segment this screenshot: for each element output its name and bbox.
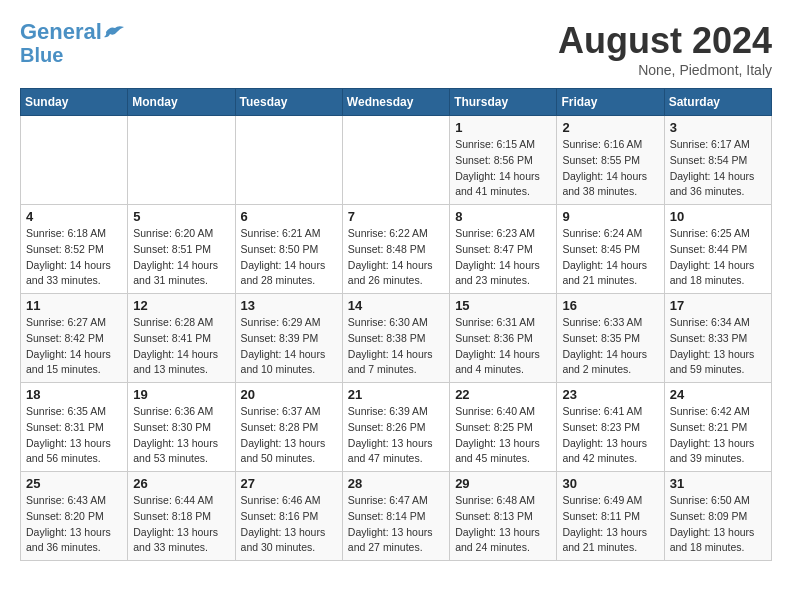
logo-bird-icon [104, 24, 126, 40]
calendar-cell [128, 116, 235, 205]
calendar-cell: 18Sunrise: 6:35 AM Sunset: 8:31 PM Dayli… [21, 383, 128, 472]
day-info: Sunrise: 6:15 AM Sunset: 8:56 PM Dayligh… [455, 137, 551, 200]
calendar-week-2: 4Sunrise: 6:18 AM Sunset: 8:52 PM Daylig… [21, 205, 772, 294]
calendar-cell: 1Sunrise: 6:15 AM Sunset: 8:56 PM Daylig… [450, 116, 557, 205]
day-info: Sunrise: 6:20 AM Sunset: 8:51 PM Dayligh… [133, 226, 229, 289]
day-info: Sunrise: 6:28 AM Sunset: 8:41 PM Dayligh… [133, 315, 229, 378]
day-info: Sunrise: 6:37 AM Sunset: 8:28 PM Dayligh… [241, 404, 337, 467]
calendar-cell [21, 116, 128, 205]
day-info: Sunrise: 6:49 AM Sunset: 8:11 PM Dayligh… [562, 493, 658, 556]
calendar-cell: 7Sunrise: 6:22 AM Sunset: 8:48 PM Daylig… [342, 205, 449, 294]
location-subtitle: None, Piedmont, Italy [558, 62, 772, 78]
day-info: Sunrise: 6:39 AM Sunset: 8:26 PM Dayligh… [348, 404, 444, 467]
calendar-cell: 14Sunrise: 6:30 AM Sunset: 8:38 PM Dayli… [342, 294, 449, 383]
day-number: 5 [133, 209, 229, 224]
calendar-cell: 27Sunrise: 6:46 AM Sunset: 8:16 PM Dayli… [235, 472, 342, 561]
calendar-week-1: 1Sunrise: 6:15 AM Sunset: 8:56 PM Daylig… [21, 116, 772, 205]
day-info: Sunrise: 6:16 AM Sunset: 8:55 PM Dayligh… [562, 137, 658, 200]
day-number: 21 [348, 387, 444, 402]
day-info: Sunrise: 6:18 AM Sunset: 8:52 PM Dayligh… [26, 226, 122, 289]
calendar-cell: 31Sunrise: 6:50 AM Sunset: 8:09 PM Dayli… [664, 472, 771, 561]
day-info: Sunrise: 6:47 AM Sunset: 8:14 PM Dayligh… [348, 493, 444, 556]
logo-blue: Blue [20, 44, 63, 66]
day-header-thursday: Thursday [450, 89, 557, 116]
day-number: 30 [562, 476, 658, 491]
day-number: 8 [455, 209, 551, 224]
day-number: 25 [26, 476, 122, 491]
day-info: Sunrise: 6:36 AM Sunset: 8:30 PM Dayligh… [133, 404, 229, 467]
calendar-cell: 3Sunrise: 6:17 AM Sunset: 8:54 PM Daylig… [664, 116, 771, 205]
calendar-cell: 23Sunrise: 6:41 AM Sunset: 8:23 PM Dayli… [557, 383, 664, 472]
calendar-cell: 16Sunrise: 6:33 AM Sunset: 8:35 PM Dayli… [557, 294, 664, 383]
day-info: Sunrise: 6:43 AM Sunset: 8:20 PM Dayligh… [26, 493, 122, 556]
calendar-cell: 15Sunrise: 6:31 AM Sunset: 8:36 PM Dayli… [450, 294, 557, 383]
day-number: 7 [348, 209, 444, 224]
logo-general: General [20, 19, 102, 44]
day-info: Sunrise: 6:50 AM Sunset: 8:09 PM Dayligh… [670, 493, 766, 556]
day-number: 24 [670, 387, 766, 402]
day-number: 14 [348, 298, 444, 313]
day-info: Sunrise: 6:48 AM Sunset: 8:13 PM Dayligh… [455, 493, 551, 556]
calendar-cell: 9Sunrise: 6:24 AM Sunset: 8:45 PM Daylig… [557, 205, 664, 294]
day-info: Sunrise: 6:22 AM Sunset: 8:48 PM Dayligh… [348, 226, 444, 289]
calendar-cell: 10Sunrise: 6:25 AM Sunset: 8:44 PM Dayli… [664, 205, 771, 294]
day-info: Sunrise: 6:35 AM Sunset: 8:31 PM Dayligh… [26, 404, 122, 467]
calendar-cell: 5Sunrise: 6:20 AM Sunset: 8:51 PM Daylig… [128, 205, 235, 294]
calendar-cell: 8Sunrise: 6:23 AM Sunset: 8:47 PM Daylig… [450, 205, 557, 294]
day-number: 12 [133, 298, 229, 313]
day-number: 18 [26, 387, 122, 402]
calendar-cell: 19Sunrise: 6:36 AM Sunset: 8:30 PM Dayli… [128, 383, 235, 472]
day-info: Sunrise: 6:25 AM Sunset: 8:44 PM Dayligh… [670, 226, 766, 289]
day-info: Sunrise: 6:23 AM Sunset: 8:47 PM Dayligh… [455, 226, 551, 289]
day-info: Sunrise: 6:46 AM Sunset: 8:16 PM Dayligh… [241, 493, 337, 556]
day-info: Sunrise: 6:41 AM Sunset: 8:23 PM Dayligh… [562, 404, 658, 467]
calendar-cell: 11Sunrise: 6:27 AM Sunset: 8:42 PM Dayli… [21, 294, 128, 383]
day-number: 9 [562, 209, 658, 224]
day-info: Sunrise: 6:21 AM Sunset: 8:50 PM Dayligh… [241, 226, 337, 289]
calendar-cell: 21Sunrise: 6:39 AM Sunset: 8:26 PM Dayli… [342, 383, 449, 472]
calendar-cell: 24Sunrise: 6:42 AM Sunset: 8:21 PM Dayli… [664, 383, 771, 472]
calendar-cell [235, 116, 342, 205]
day-number: 26 [133, 476, 229, 491]
day-number: 10 [670, 209, 766, 224]
day-info: Sunrise: 6:27 AM Sunset: 8:42 PM Dayligh… [26, 315, 122, 378]
calendar-cell: 25Sunrise: 6:43 AM Sunset: 8:20 PM Dayli… [21, 472, 128, 561]
day-info: Sunrise: 6:33 AM Sunset: 8:35 PM Dayligh… [562, 315, 658, 378]
calendar-cell [342, 116, 449, 205]
logo-text: General [20, 20, 102, 44]
logo: General Blue [20, 20, 126, 66]
day-info: Sunrise: 6:44 AM Sunset: 8:18 PM Dayligh… [133, 493, 229, 556]
day-number: 13 [241, 298, 337, 313]
calendar-cell: 26Sunrise: 6:44 AM Sunset: 8:18 PM Dayli… [128, 472, 235, 561]
day-header-tuesday: Tuesday [235, 89, 342, 116]
day-number: 22 [455, 387, 551, 402]
day-info: Sunrise: 6:17 AM Sunset: 8:54 PM Dayligh… [670, 137, 766, 200]
calendar-cell: 13Sunrise: 6:29 AM Sunset: 8:39 PM Dayli… [235, 294, 342, 383]
day-header-monday: Monday [128, 89, 235, 116]
calendar-cell: 20Sunrise: 6:37 AM Sunset: 8:28 PM Dayli… [235, 383, 342, 472]
day-number: 11 [26, 298, 122, 313]
day-number: 19 [133, 387, 229, 402]
day-number: 23 [562, 387, 658, 402]
day-number: 1 [455, 120, 551, 135]
calendar-cell: 2Sunrise: 6:16 AM Sunset: 8:55 PM Daylig… [557, 116, 664, 205]
day-info: Sunrise: 6:29 AM Sunset: 8:39 PM Dayligh… [241, 315, 337, 378]
day-number: 16 [562, 298, 658, 313]
day-number: 28 [348, 476, 444, 491]
day-number: 15 [455, 298, 551, 313]
day-number: 20 [241, 387, 337, 402]
day-number: 17 [670, 298, 766, 313]
calendar-week-5: 25Sunrise: 6:43 AM Sunset: 8:20 PM Dayli… [21, 472, 772, 561]
calendar-cell: 22Sunrise: 6:40 AM Sunset: 8:25 PM Dayli… [450, 383, 557, 472]
calendar-table: SundayMondayTuesdayWednesdayThursdayFrid… [20, 88, 772, 561]
day-info: Sunrise: 6:42 AM Sunset: 8:21 PM Dayligh… [670, 404, 766, 467]
day-number: 6 [241, 209, 337, 224]
day-header-sunday: Sunday [21, 89, 128, 116]
day-number: 4 [26, 209, 122, 224]
day-info: Sunrise: 6:31 AM Sunset: 8:36 PM Dayligh… [455, 315, 551, 378]
calendar-cell: 17Sunrise: 6:34 AM Sunset: 8:33 PM Dayli… [664, 294, 771, 383]
calendar-week-4: 18Sunrise: 6:35 AM Sunset: 8:31 PM Dayli… [21, 383, 772, 472]
day-header-friday: Friday [557, 89, 664, 116]
day-info: Sunrise: 6:30 AM Sunset: 8:38 PM Dayligh… [348, 315, 444, 378]
calendar-cell: 28Sunrise: 6:47 AM Sunset: 8:14 PM Dayli… [342, 472, 449, 561]
